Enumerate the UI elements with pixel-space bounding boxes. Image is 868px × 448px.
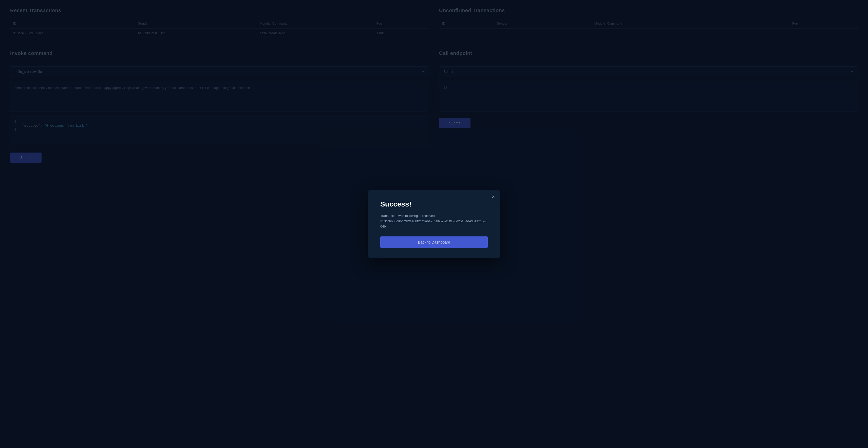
- back-to-dashboard-button[interactable]: Back to Dashboard: [380, 236, 488, 248]
- modal-message-label: Transaction with following id received:: [380, 214, 436, 218]
- modal-overlay: × Success! Transaction with following id…: [0, 0, 868, 448]
- modal-transaction-id: 313cc6605cdbdc92fe408f2cb9a6a735b6579e1f…: [380, 219, 488, 228]
- modal-close-button[interactable]: ×: [492, 194, 495, 199]
- modal-title: Success!: [380, 200, 488, 208]
- success-modal: × Success! Transaction with following id…: [368, 190, 500, 258]
- modal-message: Transaction with following id received: …: [380, 213, 488, 229]
